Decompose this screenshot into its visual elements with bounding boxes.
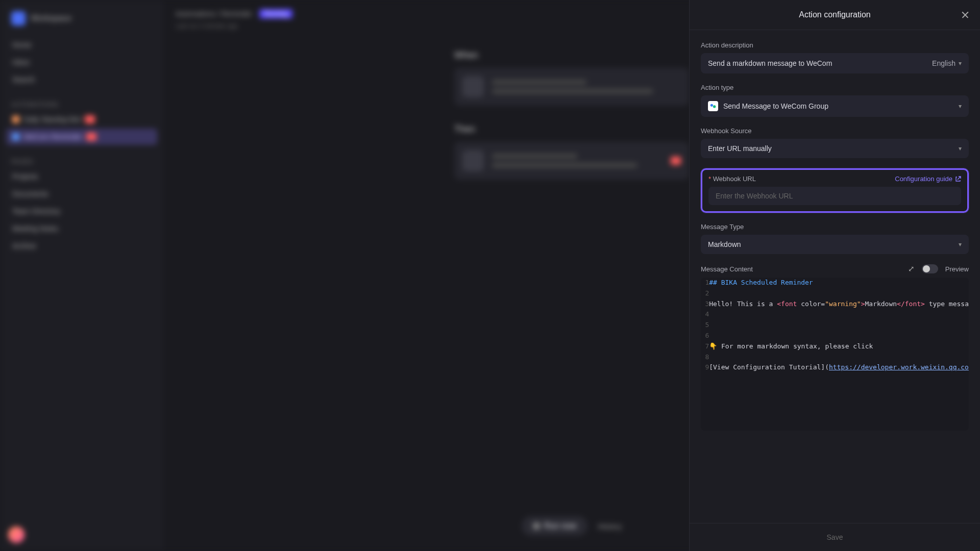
action-badge — [671, 157, 681, 165]
configuration-guide-link[interactable]: Configuration guide — [895, 175, 961, 183]
action-description-field[interactable]: Send a markdown message to WeCom English… — [701, 53, 969, 73]
action-type-row: Action type Send Message to WeCom Group … — [701, 84, 969, 117]
section-pages-label: Pages — [6, 155, 157, 168]
webhook-source-value: Enter URL manually — [708, 144, 772, 153]
action-description-row: Action description Send a markdown messa… — [701, 41, 969, 73]
webhook-source-label: Webhook Source — [701, 127, 969, 135]
action-type-select[interactable]: Send Message to WeCom Group ▾ — [701, 95, 969, 117]
user-avatar[interactable] — [8, 527, 24, 543]
page-item[interactable]: Archive — [6, 238, 157, 254]
workspace-logo — [11, 11, 26, 26]
history-button[interactable]: History — [598, 522, 622, 531]
message-content-editor[interactable]: 1 2 3 4 5 6 7 8 9 ## BIKA Scheduled Remi… — [701, 278, 969, 431]
automation-color-icon — [12, 133, 19, 140]
trigger-text — [492, 80, 681, 94]
message-type-select[interactable]: Markdown ▾ — [701, 235, 969, 254]
message-type-value: Markdown — [708, 240, 741, 248]
action-description-value: Send a markdown message to WeCom — [708, 59, 832, 67]
webhook-url-label: Webhook URL — [708, 175, 756, 183]
breadcrumb-path[interactable]: Automations / Reminder — [176, 10, 252, 18]
trigger-icon — [462, 76, 484, 97]
action-icon — [462, 150, 484, 171]
close-icon[interactable] — [961, 10, 970, 19]
action-card[interactable] — [454, 142, 689, 180]
preview-toggle[interactable] — [922, 264, 938, 273]
workspace-switcher[interactable]: Workspace — [6, 8, 157, 29]
action-description-label: Action description — [701, 41, 969, 49]
page-item[interactable]: Documents — [6, 186, 157, 202]
workspace-name: Workspace — [31, 14, 71, 23]
save-button[interactable]: Save — [827, 533, 843, 541]
automation-badge — [86, 133, 96, 141]
chevron-down-icon: ▾ — [959, 103, 962, 110]
language-label: English — [932, 59, 955, 67]
automation-label: WeCom Reminder — [23, 133, 82, 141]
nav-search[interactable]: Search — [6, 71, 157, 88]
expand-icon[interactable]: ⤢ — [908, 264, 915, 273]
page-item[interactable]: Meeting Notes — [6, 220, 157, 237]
section-automations-label: Automations — [6, 98, 157, 111]
editor-gutter: 1 2 3 4 5 6 7 8 9 — [701, 278, 709, 373]
then-section-label: Then — [454, 124, 689, 135]
configuration-guide-label: Configuration guide — [895, 175, 952, 183]
language-selector[interactable]: English ▾ — [932, 59, 962, 67]
panel-footer: Save — [690, 523, 980, 551]
status-badge: Running — [259, 9, 292, 18]
action-config-panel: Action configuration Action description … — [689, 0, 980, 551]
svg-point-1 — [713, 105, 716, 108]
automation-label: Daily Standup Bot — [23, 115, 81, 123]
panel-title: Action configuration — [799, 10, 871, 19]
panel-header: Action configuration — [690, 0, 980, 30]
chevron-down-icon: ▾ — [959, 241, 962, 248]
message-type-row: Message Type Markdown ▾ — [701, 223, 969, 254]
page-item[interactable]: Projects — [6, 168, 157, 185]
content-toolbar: ⤢ Preview — [908, 264, 969, 273]
nav-inbox[interactable]: Inbox — [6, 54, 157, 70]
run-now-button[interactable]: Run now — [522, 516, 587, 536]
external-link-icon — [955, 176, 961, 182]
run-label: Run now — [544, 521, 576, 531]
chevron-down-icon: ▾ — [959, 145, 962, 152]
sidebar-footer — [0, 518, 163, 551]
footer-actions: Run now History — [522, 516, 622, 536]
webhook-url-input[interactable] — [708, 187, 961, 205]
automation-item[interactable]: Daily Standup Bot — [6, 111, 157, 128]
chevron-down-icon: ▾ — [959, 60, 962, 67]
message-content-label: Message Content — [701, 265, 753, 273]
svg-point-0 — [710, 104, 713, 107]
webhook-source-select[interactable]: Enter URL manually ▾ — [701, 139, 969, 158]
trigger-card[interactable] — [454, 68, 689, 106]
automation-item-active[interactable]: WeCom Reminder — [6, 129, 157, 145]
action-type-value: Send Message to WeCom Group — [723, 102, 828, 110]
preview-label: Preview — [945, 265, 969, 273]
editor-code[interactable]: ## BIKA Scheduled Reminder Hello! This i… — [709, 278, 969, 373]
sidebar: Workspace Home Inbox Search Automations … — [0, 0, 163, 551]
automation-color-icon — [12, 116, 19, 123]
page-item[interactable]: Team Directory — [6, 203, 157, 219]
wecom-icon — [708, 101, 718, 111]
action-text — [492, 154, 663, 168]
run-icon — [533, 522, 540, 530]
webhook-source-row: Webhook Source Enter URL manually ▾ — [701, 127, 969, 158]
panel-body: Action description Send a markdown messa… — [690, 30, 980, 523]
action-type-label: Action type — [701, 84, 969, 91]
message-content-row: Message Content ⤢ Preview 1 2 3 4 5 6 7 … — [701, 264, 969, 431]
webhook-url-highlight: Webhook URL Configuration guide — [701, 168, 969, 213]
nav-home[interactable]: Home — [6, 37, 157, 53]
message-type-label: Message Type — [701, 223, 969, 231]
when-section-label: When — [454, 50, 689, 61]
automation-badge — [85, 115, 95, 123]
